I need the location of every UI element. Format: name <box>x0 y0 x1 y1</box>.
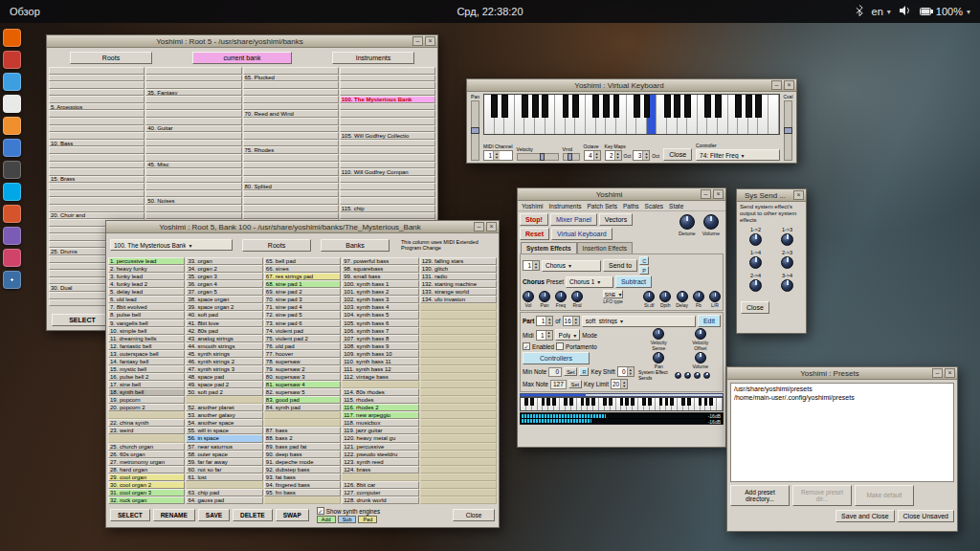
instrument-slot[interactable]: 61. lost <box>186 474 262 481</box>
show-apps-icon[interactable] <box>3 271 21 289</box>
set-min-button[interactable]: Set <box>564 367 577 376</box>
bank-slot[interactable] <box>49 168 145 176</box>
close-icon[interactable] <box>486 222 497 231</box>
effect-knob[interactable] <box>709 291 721 302</box>
max-note-value[interactable]: 127 <box>550 380 567 389</box>
bank-slot[interactable] <box>145 118 241 125</box>
bank-slot[interactable] <box>145 190 241 198</box>
main-titlebar[interactable]: Yoshimi <box>518 188 725 201</box>
instrument-slot[interactable] <box>420 458 497 466</box>
octave-spinner[interactable]: 4 <box>584 150 601 161</box>
close-unsaved-button[interactable]: Close Unsaved <box>898 510 954 522</box>
instrument-slot[interactable]: 97. powerful bass <box>342 257 418 265</box>
clock[interactable]: Срд, 22:38:20 <box>457 6 523 17</box>
bank-slot[interactable]: 50. Noises <box>145 197 241 205</box>
mixer-panel-button[interactable]: Mixer Panel <box>550 213 597 226</box>
piano-key-black[interactable] <box>609 398 612 406</box>
piano-key-black[interactable] <box>546 398 550 406</box>
effect-knob[interactable] <box>539 291 550 302</box>
instrument-slot[interactable]: 101. synth bass 2 <box>342 288 418 296</box>
instrument-slot[interactable]: 28. hard organ <box>108 466 185 474</box>
instrument-slot[interactable]: 82. supersaw 5 <box>264 388 341 396</box>
bank-slot[interactable]: 45. Misc <box>145 162 241 169</box>
send-route-knob[interactable] <box>781 256 793 269</box>
stop-button[interactable]: Stop! <box>520 213 548 226</box>
instrument-slot[interactable]: 19. popcorn <box>108 396 185 404</box>
bank-slot[interactable] <box>340 162 435 169</box>
close-icon[interactable] <box>945 368 955 378</box>
instrument-slot[interactable] <box>108 411 185 419</box>
bank-slot[interactable] <box>340 183 435 190</box>
piano-key-black[interactable] <box>709 398 713 406</box>
docs-icon[interactable] <box>3 139 21 157</box>
instrument-slot[interactable]: 37. organ 5 <box>186 288 262 296</box>
bank-slot[interactable] <box>340 154 435 162</box>
part-knob[interactable] <box>653 352 664 364</box>
instrument-slot[interactable]: 46. synth strings 2 <box>186 358 262 365</box>
bank-slot[interactable] <box>145 81 241 89</box>
instrument-slot[interactable]: 56. in space <box>186 434 262 442</box>
piano-key-black[interactable] <box>648 398 652 406</box>
piano-key-black[interactable] <box>746 95 752 118</box>
part-number-spinner[interactable]: 1 <box>536 316 553 326</box>
effect-type-dropdown[interactable]: Chorus <box>542 260 601 272</box>
piano-key-black[interactable] <box>704 398 708 406</box>
instrument-slot[interactable]: 16. pulse bell 2 <box>108 373 185 381</box>
instrument-slot[interactable]: 130. glitch <box>420 265 497 273</box>
bank-slot[interactable]: 100. The Mysterious Bank <box>340 96 435 103</box>
piano-key-black[interactable] <box>684 95 691 118</box>
bank-slot[interactable]: 75. Rhodes <box>243 146 339 154</box>
instrument-slot[interactable]: 112. vintage bass <box>342 373 418 381</box>
remove-preset-directory-button[interactable]: Remove preset dir... <box>792 485 852 506</box>
bank-slot[interactable] <box>49 75 145 82</box>
instrument-slot[interactable]: 94. fingered bass <box>264 481 341 489</box>
bank-slot[interactable] <box>145 110 241 118</box>
instrument-slot[interactable]: 127. computer <box>342 489 418 496</box>
bank-slot[interactable] <box>145 176 241 184</box>
piano-key-black[interactable] <box>665 398 669 406</box>
menu-item[interactable]: Yoshimi <box>522 203 544 209</box>
copy-button[interactable]: C <box>639 256 649 265</box>
bank-slot[interactable] <box>49 67 145 75</box>
instrument-slot[interactable]: 134. ufo invasion <box>420 296 497 303</box>
bank-slot[interactable] <box>49 118 145 125</box>
tab-insertion-effects[interactable]: Insertion Effects <box>577 242 634 253</box>
instrument-slot[interactable]: 68. sine pad 1 <box>264 280 341 288</box>
instrument-slot[interactable]: 40. soft pad <box>186 311 262 319</box>
preset-paths-list[interactable]: /usr/share/yoshimi/presets/home/main-use… <box>730 383 954 482</box>
instrument-slot[interactable]: 66. sines <box>264 265 341 273</box>
piano-key-black[interactable] <box>542 398 546 406</box>
vrnd-slider[interactable] <box>563 153 580 161</box>
piano-key-black[interactable] <box>755 95 762 118</box>
instrument-slot[interactable]: 26. 60s organ <box>108 451 185 458</box>
piano-key-black[interactable] <box>564 398 568 406</box>
minimize-icon[interactable] <box>701 189 711 199</box>
piano-key-black[interactable] <box>581 398 585 406</box>
vectors-button[interactable]: Vectors <box>599 213 633 226</box>
instrument-slot[interactable]: 47. synth strings 3 <box>186 365 262 373</box>
bank-slot[interactable] <box>49 162 145 169</box>
cval-slider[interactable] <box>784 100 792 161</box>
instrument-slot[interactable]: 5. delay lead <box>108 288 185 296</box>
battery-indicator[interactable]: 100% <box>920 6 970 17</box>
bank-slot[interactable] <box>145 132 241 140</box>
instrument-slot[interactable]: 75. violent pad 2 <box>264 335 341 342</box>
piano-key-black[interactable] <box>687 398 691 406</box>
bank-slot[interactable] <box>340 176 435 184</box>
minimize-icon[interactable] <box>771 80 782 90</box>
instrument-slot[interactable]: 131. radio <box>420 273 497 280</box>
show-synth-engines-checkbox[interactable] <box>317 507 324 515</box>
effect-knob[interactable] <box>693 291 704 302</box>
piano-key-black[interactable] <box>552 398 556 406</box>
bank-slot[interactable] <box>340 89 435 97</box>
piano-key-black[interactable] <box>735 95 742 118</box>
bank-slot[interactable] <box>243 190 339 198</box>
piano-key-black[interactable] <box>613 95 620 118</box>
preset-path-item[interactable]: /usr/share/yoshimi/presets <box>734 385 950 393</box>
instrument-slot[interactable] <box>420 419 497 427</box>
send-route-knob[interactable] <box>749 256 762 269</box>
instrument-slot[interactable]: 30. cool organ 2 <box>108 481 185 489</box>
set-max-button[interactable]: Set <box>568 380 582 388</box>
instrument-slot[interactable]: 15. mystic bell <box>108 365 185 373</box>
instrument-slot[interactable]: 79. supersaw 2 <box>264 365 341 373</box>
